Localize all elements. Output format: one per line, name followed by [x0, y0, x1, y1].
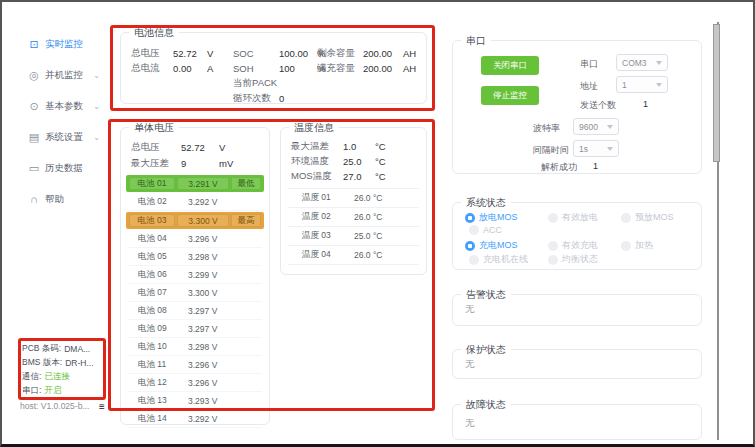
- status-balance: 均衡状态: [548, 253, 598, 266]
- cell-voltage-title: 单体电压: [129, 121, 179, 135]
- parse-success-value: 1: [593, 161, 598, 171]
- chevron-down-icon: ⌄: [93, 102, 100, 111]
- resize-handle-mark: ≡: [99, 401, 105, 412]
- realtime-monitor-icon: ⊡: [26, 38, 42, 51]
- port-label: 串口: [580, 58, 598, 71]
- status-radio-icon: [548, 213, 558, 223]
- temp-sensor-row: 温度 0426.0 °C: [288, 246, 419, 265]
- bms-version-label: BMS 版本:: [22, 357, 62, 369]
- voltage-unit: V: [207, 48, 213, 59]
- sidebar-item-label: 历史数据: [45, 162, 83, 175]
- cell-row: 电池 113.296 V: [128, 356, 262, 374]
- temp-unit: °C: [375, 141, 386, 152]
- soc-label: SOC: [233, 48, 279, 59]
- interval-value: 1s: [579, 144, 588, 154]
- cell-row: 电池 053.298 V: [128, 248, 262, 266]
- current-unit: A: [207, 63, 213, 74]
- total-voltage-label: 总电压: [131, 141, 181, 154]
- status-heating: 加热: [621, 239, 653, 252]
- sidebar-item-label: 并机监控: [45, 69, 83, 82]
- cell-value: 3.291 V: [177, 177, 229, 190]
- history-data-icon: ▭: [26, 162, 42, 175]
- temp-sensor-row: 温度 0226.0 °C: [288, 208, 419, 227]
- cell-name: 电池 03: [129, 214, 175, 227]
- max-diff-unit: mV: [219, 158, 233, 169]
- stop-monitor-button[interactable]: 停止监控: [481, 86, 539, 105]
- max-diff-value: 9: [181, 158, 219, 169]
- total-voltage-value: 52.72: [173, 48, 207, 59]
- cell-voltage-list: 电池 01 3.291 V 最低 电池 023.292 V 电池 03 3.30…: [121, 174, 269, 428]
- full-capacity-value: 200.00: [363, 63, 403, 74]
- sidebar-item-label: 基本参数: [45, 100, 83, 113]
- interval-label: 间隔时间: [533, 144, 569, 157]
- device-info-panel: PCB 条码:DMA... BMS 版本:DR-H... 通信:已连接 串口:开…: [22, 342, 94, 398]
- pcb-barcode-value: DMA...: [64, 344, 90, 354]
- soh-label: SOH: [233, 63, 279, 74]
- status-radio-icon: [621, 241, 631, 251]
- serial-panel-card: 串口 关闭串口 停止监控 串口 COM3 地址 1 发送个数 1 波特率 960…: [452, 40, 702, 174]
- sidebar-item-realtime-monitor[interactable]: ⊡ 实时监控: [6, 34, 106, 54]
- alarm-status-value: 无: [465, 303, 475, 316]
- parallel-monitor-icon: ◎: [26, 69, 42, 82]
- system-status-title: 系统状态: [461, 196, 511, 210]
- status-radio-icon: [621, 213, 631, 223]
- interval-select[interactable]: 1s: [573, 140, 619, 157]
- cell-value: 3.300 V: [177, 214, 229, 227]
- sidebar-item-label: 系统设置: [45, 131, 83, 144]
- close-serial-button[interactable]: 关闭串口: [481, 56, 539, 75]
- temp-sensor-row: 温度 0126.0 °C: [288, 189, 419, 208]
- sidebar-item-parallel-monitor[interactable]: ◎ 并机监控 ⌄: [6, 65, 106, 85]
- min-voltage-badge: 最低: [231, 177, 261, 190]
- chevron-down-icon: ⌄: [93, 71, 100, 80]
- temp-unit: °C: [375, 171, 386, 182]
- status-discharge-mos: 放电MOS: [465, 211, 518, 224]
- capacity-unit: AH: [403, 63, 416, 74]
- fault-status-card: 故障状态 无: [452, 404, 702, 440]
- temperature-header: 最大温差1.0°C 环境温度25.0°C MOS温度27.0°C: [291, 139, 386, 184]
- mos-temp-value: 27.0: [343, 171, 375, 182]
- comm-status-value: 已连接: [44, 371, 70, 383]
- cell-row: 电池 043.296 V: [128, 230, 262, 248]
- status-charger-online: 充电机在线: [469, 253, 528, 266]
- status-valid-discharge: 有效放电: [548, 211, 598, 224]
- cell-voltage-card: 单体电压 总电压52.72V 最大压差9mV 电池 01 3.291 V 最低 …: [120, 127, 270, 425]
- ambient-temp-value: 25.0: [343, 156, 375, 167]
- status-radio-icon: [469, 255, 479, 265]
- status-radio-icon: [465, 241, 475, 251]
- cell-row: 电池 093.297 V: [128, 320, 262, 338]
- status-valid-charge: 有效充电: [548, 239, 598, 252]
- battery-info-col3: 剩余容量200.00AH 满充容量200.00AH: [317, 46, 416, 76]
- chevron-down-icon: [656, 83, 662, 87]
- soc-value: 100.00: [279, 48, 317, 59]
- cell-row-max: 电池 03 3.300 V 最高: [126, 212, 264, 229]
- host-version-text: host: V1.0.025-b...: [20, 401, 89, 411]
- sidebar-item-help[interactable]: ∩ 帮助: [6, 189, 106, 209]
- serial-panel-title: 串口: [461, 34, 491, 48]
- port-select[interactable]: COM3: [616, 54, 668, 71]
- soh-value: 100: [279, 63, 317, 74]
- cell-row: 电池 083.297 V: [128, 302, 262, 320]
- bms-monitor-window: ⊡ 实时监控 ◎ 并机监控 ⌄ ⊙ 基本参数 ⌄ ▤ 系统设置 ⌄ ▭ 历史数据…: [0, 0, 755, 447]
- bms-version-value: DR-H...: [65, 358, 93, 368]
- remaining-capacity-value: 200.00: [363, 48, 403, 59]
- alarm-status-card: 告警状态 无: [452, 294, 702, 326]
- total-current-label: 总电流: [131, 62, 173, 75]
- address-select[interactable]: 1: [616, 76, 668, 93]
- fault-status-title: 故障状态: [461, 398, 511, 412]
- sidebar-item-basic-params[interactable]: ⊙ 基本参数 ⌄: [6, 96, 106, 116]
- system-settings-icon: ▤: [26, 131, 42, 144]
- sidebar-item-history-data[interactable]: ▭ 历史数据: [6, 158, 106, 178]
- baud-rate-select[interactable]: 9600: [573, 118, 619, 135]
- voltage-unit: V: [219, 142, 225, 153]
- total-current-value: 0.00: [173, 63, 207, 74]
- help-icon: ∩: [26, 193, 42, 205]
- sidebar-item-system-settings[interactable]: ▤ 系统设置 ⌄: [6, 127, 106, 147]
- basic-params-icon: ⊙: [26, 100, 42, 113]
- chevron-down-icon: [607, 147, 613, 151]
- status-radio-icon: [548, 241, 558, 251]
- scrollbar-thumb[interactable]: [713, 24, 720, 162]
- chevron-down-icon: [607, 125, 613, 129]
- parse-success-label: 解析成功: [541, 161, 577, 174]
- cell-row: 电池 073.300 V: [128, 284, 262, 302]
- baud-rate-value: 9600: [579, 122, 598, 132]
